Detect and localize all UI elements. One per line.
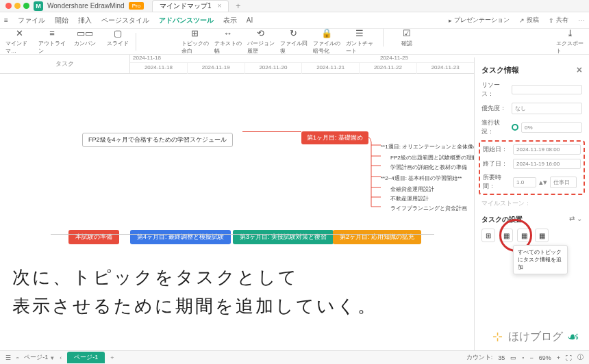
root-topic[interactable]: FP2級を4ヶ月で合格するための学習スケジュール <box>82 133 233 147</box>
bottom-topic[interactable]: 第2ヶ月目: 応用知識の拡充 <box>333 230 421 244</box>
share-button[interactable]: ⇪ 共有 <box>549 16 568 25</box>
hamburger-icon[interactable]: ≡ <box>4 16 8 24</box>
gantt-chart[interactable]: ☰ガントチャート <box>346 29 373 55</box>
menubar: ≡ ファイル 開始 挿入 ページスタイル アドバンスツール 表示 AI ▸ プレ… <box>0 12 589 29</box>
clipboard-icon[interactable]: ▫ <box>16 354 18 361</box>
gantt-day: 2024-11-23 <box>417 63 475 74</box>
gantt-day: 2024-11-20 <box>245 63 303 74</box>
app-icon: M <box>34 1 43 11</box>
confirm[interactable]: ☑確認 <box>393 29 421 55</box>
slide-mode[interactable]: ▢スライド <box>104 29 131 55</box>
start-row: 開始日： 2024-11-19 08:00 <box>483 144 581 155</box>
start-date-field[interactable]: 2024-11-19 08:00 <box>513 144 581 155</box>
connector <box>242 131 301 132</box>
grid1-icon[interactable]: ▦ <box>499 229 513 242</box>
menu-pagestyle[interactable]: ページスタイル <box>101 16 149 25</box>
advance-group: ⊞トピックの余白 ↔テキストの幅 ⟲バージョン履歴 ↻ファイル回復 🔒ファイルの… <box>181 29 421 55</box>
priority-field[interactable]: なし <box>512 103 582 114</box>
page-selector[interactable]: ページ-1▾ <box>24 353 54 362</box>
zoom-in[interactable]: + <box>557 354 560 361</box>
count-label: カウント: <box>466 353 493 362</box>
file-menu[interactable]: ファイル <box>18 16 45 25</box>
minimize-window[interactable] <box>14 3 21 9</box>
end-date-field[interactable]: 2024-11-19 16:00 <box>513 159 581 169</box>
brand-leaf-icon: ☙ <box>567 328 579 345</box>
gantt-day: 2024-11-22 <box>360 63 417 74</box>
progress-field[interactable]: 0% <box>521 122 582 133</box>
month1-topic[interactable]: 第1ヶ月目: 基礎固め <box>301 131 368 144</box>
panel-title: タスク情報 <box>481 65 519 75</box>
app-title: Wondershare EdrawMind <box>47 2 125 10</box>
duration-unit[interactable]: 仕事日 <box>550 177 577 188</box>
count-value: 35 <box>498 354 505 361</box>
view-mode-group: ✕マインドマ… ≡アウトライン ▭▭カンバン ▢スライド <box>5 29 131 55</box>
add-task-icon[interactable]: ⊞ <box>481 229 495 242</box>
kanban-mode[interactable]: ▭▭カンバン <box>71 29 99 55</box>
subtopic[interactable]: **2~4週目: 基本科目の学習開始** <box>375 172 467 184</box>
view-icon1[interactable]: ▭ <box>510 354 516 361</box>
menu-view[interactable]: 表示 <box>223 16 237 25</box>
subtopic[interactable]: ライフプランニングと資金計画 <box>385 203 473 214</box>
bottom-topic[interactable]: 第4ヶ月目: 最終調整と模擬試験 <box>130 230 231 244</box>
progress-icon <box>512 124 518 131</box>
gantt-day: 2024-11-19 <box>188 63 245 74</box>
end-row: 終了日： 2024-11-19 16:00 <box>483 159 581 169</box>
overflow-icon[interactable]: ⋯ <box>578 16 585 24</box>
overlay-line1: 次に、トピックをタスクとして <box>12 265 299 289</box>
duration-row: 所要時間： 1.0 ▴▾ 仕事日 <box>483 173 581 191</box>
menu-start[interactable]: 開始 <box>55 16 68 25</box>
text-width[interactable]: ↔テキストの幅 <box>214 29 242 55</box>
document-tab-label: マインドマップ1 <box>160 2 212 10</box>
menu-advancetool[interactable]: アドバンスツール <box>159 16 214 25</box>
bottom-topic[interactable]: 本試験の準備 <box>68 230 119 244</box>
date-highlight: 開始日： 2024-11-19 08:00 終了日： 2024-11-19 16… <box>479 140 585 195</box>
resource-field[interactable] <box>512 85 582 94</box>
status-bar: ☰ ▫ ページ-1▾ ‹ ページ-1 + カウント: 35 ▭ ▫ − 69% … <box>0 350 589 364</box>
grid3-icon[interactable]: ▦ <box>535 229 549 242</box>
file-encrypt[interactable]: 🔒ファイルの暗号化 <box>313 29 340 55</box>
presentation-button[interactable]: ▸ プレゼンテーション <box>449 16 510 25</box>
grid2-icon[interactable]: ▦ <box>517 229 531 242</box>
progress-row: 進行状況： 0% <box>481 118 582 136</box>
task-setup-section: タスクの設置 ⇄ ⌄ <box>481 215 582 224</box>
collapse-icon[interactable]: ⇄ ⌄ <box>569 215 582 224</box>
zoom-out[interactable]: − <box>529 354 533 361</box>
close-window[interactable] <box>5 3 12 9</box>
new-tab-button[interactable]: + <box>236 1 240 11</box>
layers-icon[interactable]: ☰ <box>5 354 11 361</box>
view-icon2[interactable]: ▫ <box>522 354 524 361</box>
connector <box>51 234 434 235</box>
milestone-row: マイルストーン： <box>481 199 582 208</box>
zoom-value: 69% <box>539 354 551 361</box>
stepper-icon[interactable]: ▴▾ <box>539 178 547 187</box>
subtopic[interactable]: 学習計画の詳細化と教材の準備 <box>385 161 473 173</box>
menu-ai[interactable]: AI <box>247 16 253 24</box>
fit-icon[interactable]: ⛶ <box>566 354 572 361</box>
post-button[interactable]: ↗ 投稿 <box>519 16 539 25</box>
menu-insert[interactable]: 挿入 <box>78 16 92 25</box>
document-tab[interactable]: マインドマップ1 × <box>152 0 229 12</box>
titlebar: M Wondershare EdrawMind Pro マインドマップ1 × + <box>0 0 589 12</box>
file-recovery[interactable]: ↻ファイル回復 <box>280 29 308 55</box>
brand-watermark: ⊹ ほけブログ ☙ <box>490 328 579 345</box>
maximize-window[interactable] <box>23 3 29 9</box>
version-history[interactable]: ⟲バージョン履歴 <box>247 29 275 55</box>
mindmap-mode[interactable]: ✕マインドマ… <box>5 29 33 55</box>
gantt-week: 2024-11-25 <box>380 55 408 62</box>
info-icon[interactable]: ⓘ <box>577 353 584 362</box>
close-tab-icon[interactable]: × <box>217 2 221 10</box>
gantt-week: 2024-11-18 <box>133 55 161 62</box>
prev-page[interactable]: ‹ <box>60 354 62 361</box>
tooltip: すべてのトピックにタスク情報を追加 <box>513 245 568 274</box>
duration-field[interactable]: 1.0 <box>513 177 536 187</box>
topic-margin[interactable]: ⊞トピックの余白 <box>181 29 209 55</box>
panel-title-row: タスク情報 × <box>481 64 582 75</box>
pro-badge: Pro <box>129 2 144 10</box>
priority-row: 優先度： なし <box>481 103 582 114</box>
export-button[interactable]: ⤓エクスポート <box>556 29 584 55</box>
add-page-icon[interactable]: + <box>110 354 114 361</box>
page-tab[interactable]: ページ-1 <box>67 352 105 363</box>
close-icon[interactable]: × <box>577 64 582 75</box>
outline-mode[interactable]: ≡アウトライン <box>38 29 66 55</box>
bottom-topic[interactable]: 第3ヶ月目: 実技試験対策と復習 <box>233 230 334 244</box>
